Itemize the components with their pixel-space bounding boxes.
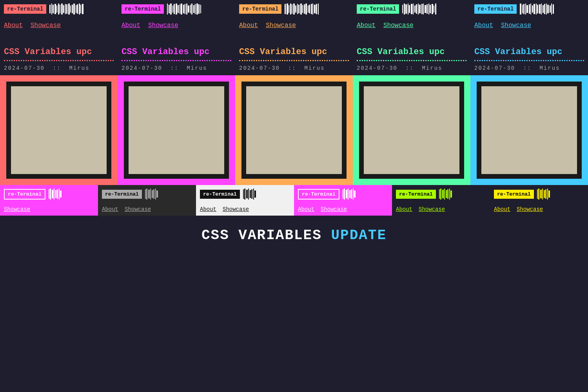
bottom-header-yellow: re-Terminal — [490, 185, 588, 203]
bottom-theme-row: re-Terminal Showcase re-Terminal About S… — [0, 185, 588, 216]
showcase-item-orange — [235, 75, 353, 185]
css-var-title-magenta: CSS Variables upc — [122, 47, 231, 57]
showcase-link-bottom-pink[interactable]: Showcase — [4, 206, 30, 212]
theme-card-orange: re-Terminal About Showcase — [235, 0, 353, 35]
theme-nav-orange: About Showcase — [235, 18, 353, 35]
showcase-link-bottom-white[interactable]: Showcase — [223, 206, 249, 212]
top-theme-row: re-Terminal About Showcase re-Terminal A… — [0, 0, 588, 35]
showcase-link-orange[interactable]: Showcase — [266, 22, 296, 29]
bottom-card-dark: re-Terminal About Showcase — [98, 185, 196, 216]
css-var-date-red: 2024-07-30 :: Mirus — [4, 65, 114, 71]
theme-header-orange: re-Terminal — [235, 0, 353, 18]
theme-label-cyan: re-Terminal — [474, 4, 517, 14]
barcode-orange — [285, 3, 349, 15]
css-var-col-green: CSS Variables upc 2024-07-30 :: Mirus — [353, 47, 470, 71]
bottom-header-pink: re-Terminal — [0, 185, 98, 203]
theme-label-green: re-Terminal — [357, 4, 399, 14]
bottom-label-dark: re-Terminal — [102, 190, 142, 199]
showcase-item-cyan — [470, 75, 588, 185]
bottom-label-pink2: re-Terminal — [298, 189, 339, 200]
barcode-cyan — [520, 3, 584, 15]
headline-blue: UPDATE — [331, 227, 387, 243]
bottom-card-pink: re-Terminal Showcase — [0, 185, 98, 216]
about-link-bottom-white[interactable]: About — [200, 206, 216, 212]
showcase-frame-red — [6, 82, 111, 179]
about-link-red[interactable]: About — [4, 22, 23, 29]
bottom-header-lime: re-Terminal — [392, 185, 490, 203]
bottom-barcode-lime — [439, 188, 486, 200]
bottom-label-white: re-Terminal — [200, 190, 240, 199]
showcase-link-green[interactable]: Showcase — [383, 22, 414, 29]
showcase-item-red — [0, 75, 118, 185]
bottom-card-pink2: re-Terminal About Showcase — [294, 185, 392, 216]
css-var-col-red: CSS Variables upc 2024-07-30 :: Mirus — [0, 47, 118, 71]
about-link-cyan[interactable]: About — [474, 22, 493, 29]
theme-label-magenta: re-Terminal — [122, 4, 164, 14]
css-var-title-cyan: CSS Variables upc — [474, 47, 584, 57]
theme-card-cyan: re-Terminal About Showcase — [470, 0, 588, 35]
showcase-item-green — [353, 75, 470, 185]
css-var-date-magenta: 2024-07-30 :: Mirus — [122, 65, 231, 71]
showcase-row — [0, 75, 588, 185]
about-link-orange[interactable]: About — [239, 22, 258, 29]
bottom-nav-white: About Showcase — [196, 203, 294, 216]
bottom-label-yellow: re-Terminal — [494, 190, 534, 199]
showcase-frame-orange — [241, 82, 347, 179]
theme-nav-green: About Showcase — [353, 18, 470, 35]
theme-card-magenta: re-Terminal About Showcase — [118, 0, 235, 35]
showcase-link-red[interactable]: Showcase — [31, 22, 61, 29]
bottom-nav-yellow: About Showcase — [490, 203, 588, 216]
css-vars-row: CSS Variables upc 2024-07-30 :: Mirus CS… — [0, 47, 588, 71]
bottom-nav-pink: Showcase — [0, 203, 98, 216]
about-link-green[interactable]: About — [357, 22, 376, 29]
showcase-frame-green — [359, 82, 464, 179]
theme-card-green: re-Terminal About Showcase — [353, 0, 470, 35]
about-link-bottom-yellow[interactable]: About — [494, 206, 510, 212]
showcase-border-green — [353, 75, 470, 185]
bottom-header-dark: re-Terminal — [98, 185, 196, 203]
bottom-card-lime: re-Terminal About Showcase — [392, 185, 490, 216]
css-var-col-orange: CSS Variables upc 2024-07-30 :: Mirus — [235, 47, 353, 71]
showcase-frame-magenta — [124, 82, 229, 179]
css-var-col-cyan: CSS Variables upc 2024-07-30 :: Mirus — [470, 47, 588, 71]
showcase-link-cyan[interactable]: Showcase — [501, 22, 531, 29]
bottom-card-yellow: re-Terminal About Showcase — [490, 185, 588, 216]
showcase-border-cyan — [470, 75, 588, 185]
bottom-nav-pink2: About Showcase — [294, 203, 392, 216]
headline-white: CSS VARIABLES — [201, 227, 322, 243]
barcode-magenta — [167, 3, 231, 15]
about-link-magenta[interactable]: About — [122, 22, 140, 29]
css-var-date-orange: 2024-07-30 :: Mirus — [239, 65, 349, 71]
showcase-link-bottom-yellow[interactable]: Showcase — [517, 206, 543, 212]
bottom-barcode-pink2 — [343, 188, 388, 200]
showcase-link-bottom-pink2[interactable]: Showcase — [321, 206, 347, 212]
about-link-bottom-lime[interactable]: About — [396, 206, 412, 212]
css-var-title-red: CSS Variables upc — [4, 47, 114, 57]
css-var-title-orange: CSS Variables upc — [239, 47, 349, 57]
theme-label-orange: re-Terminal — [239, 4, 281, 14]
theme-header-green: re-Terminal — [353, 0, 470, 18]
showcase-border-orange — [235, 75, 353, 185]
about-link-bottom-dark[interactable]: About — [102, 206, 118, 212]
theme-header-cyan: re-Terminal — [470, 0, 588, 18]
showcase-link-bottom-dark[interactable]: Showcase — [125, 206, 151, 212]
theme-label-red: re-Terminal — [4, 4, 46, 14]
bottom-header-pink2: re-Terminal — [294, 185, 392, 203]
theme-header-red: re-Terminal — [0, 0, 118, 18]
css-var-title-green: CSS Variables upc — [357, 47, 466, 57]
bottom-label-lime: re-Terminal — [396, 190, 436, 199]
showcase-link-bottom-lime[interactable]: Showcase — [419, 206, 445, 212]
barcode-green — [402, 3, 466, 15]
theme-card-red: re-Terminal About Showcase — [0, 0, 118, 35]
css-var-date-green: 2024-07-30 :: Mirus — [357, 65, 466, 71]
about-link-bottom-pink2[interactable]: About — [298, 206, 314, 212]
bottom-label-pink: re-Terminal — [4, 189, 45, 200]
css-var-date-cyan: 2024-07-30 :: Mirus — [474, 65, 584, 71]
theme-nav-cyan: About Showcase — [470, 18, 588, 35]
theme-nav-magenta: About Showcase — [118, 18, 235, 35]
barcode-red — [49, 3, 114, 15]
theme-nav-red: About Showcase — [0, 18, 118, 35]
bottom-barcode-yellow — [537, 188, 584, 200]
showcase-link-magenta[interactable]: Showcase — [148, 22, 178, 29]
bottom-nav-lime: About Showcase — [392, 203, 490, 216]
